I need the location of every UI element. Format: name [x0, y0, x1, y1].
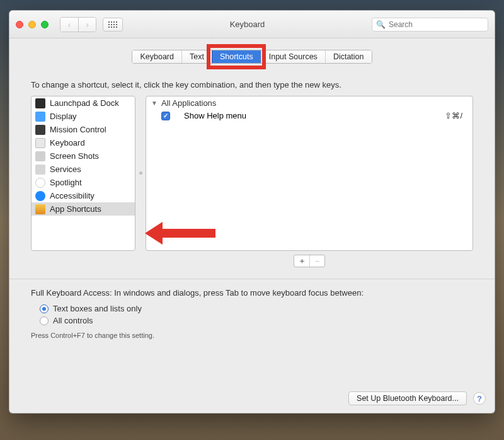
category-app-shortcuts[interactable]: App Shortcuts: [32, 202, 135, 216]
category-label: Display: [50, 112, 77, 121]
window-title: Keyboard: [129, 20, 365, 29]
tab-keyboard[interactable]: Keyboard: [132, 50, 181, 63]
access-option-1[interactable]: All controls: [31, 315, 473, 327]
shortcut-label: Show Help menu: [176, 111, 438, 120]
tab-text[interactable]: Text: [181, 50, 212, 63]
help-button[interactable]: ?: [473, 392, 486, 405]
close-icon[interactable]: [16, 21, 23, 28]
access-hint: Press Control+F7 to change this setting.: [31, 332, 473, 339]
shortcut-row[interactable]: ✓Show Help menu⇧⌘/: [146, 109, 472, 122]
launchpad-dock-icon: [35, 98, 45, 108]
bluetooth-keyboard-button[interactable]: Set Up Bluetooth Keyboard...: [348, 391, 467, 405]
panes: Launchpad & DockDisplayMission ControlKe…: [31, 96, 473, 251]
radio-label: Text boxes and lists only: [53, 304, 142, 313]
remove-button[interactable]: −: [309, 255, 324, 267]
group-label: All Applications: [161, 98, 216, 108]
category-keyboard[interactable]: Keyboard: [32, 136, 135, 149]
add-button[interactable]: ＋: [294, 255, 309, 267]
instruction-text: To change a shortcut, select it, click t…: [31, 80, 473, 90]
category-label: Launchpad & Dock: [50, 98, 119, 108]
search-icon: 🔍: [376, 20, 386, 29]
category-accessibility[interactable]: Accessibility: [32, 189, 135, 202]
shortcut-checkbox[interactable]: ✓: [161, 112, 170, 120]
category-label: Services: [50, 165, 81, 174]
category-label: Spotlight: [50, 178, 82, 187]
tab-segment: KeyboardTextShortcutsInput SourcesDictat…: [132, 50, 372, 64]
shortcut-keys: ⇧⌘/: [445, 111, 467, 120]
window-controls: [16, 21, 49, 28]
disclosure-triangle-icon[interactable]: ▼: [151, 100, 158, 107]
zoom-icon[interactable]: [41, 21, 49, 28]
tabs-row: KeyboardTextShortcutsInput SourcesDictat…: [9, 38, 495, 64]
show-all-button[interactable]: [103, 18, 123, 32]
keyboard-access-section: Full Keyboard Access: In windows and dia…: [31, 279, 473, 348]
category-list[interactable]: Launchpad & DockDisplayMission ControlKe…: [31, 96, 135, 251]
search-field[interactable]: 🔍: [372, 18, 488, 32]
category-label: Mission Control: [50, 125, 106, 134]
services-icon: [35, 165, 45, 175]
tab-dictation[interactable]: Dictation: [325, 50, 372, 63]
category-services[interactable]: Services: [32, 163, 135, 176]
category-screen-shots[interactable]: Screen Shots: [32, 149, 135, 163]
radio-button[interactable]: [40, 304, 49, 313]
category-spotlight[interactable]: Spotlight: [32, 176, 135, 189]
category-label: Accessibility: [50, 191, 94, 200]
category-label: App Shortcuts: [50, 204, 101, 214]
forward-button[interactable]: ›: [78, 18, 96, 32]
access-option-0[interactable]: Text boxes and lists only: [31, 303, 473, 315]
tab-shortcuts[interactable]: Shortcuts: [212, 50, 261, 63]
screen-shots-icon: [35, 151, 45, 161]
scroll-indicator: [139, 171, 142, 175]
titlebar: ‹ › Keyboard 🔍: [9, 11, 495, 38]
tab-input-sources[interactable]: Input Sources: [261, 50, 325, 63]
preferences-window: ‹ › Keyboard 🔍 KeyboardTextShortcutsInpu…: [9, 10, 495, 414]
app-shortcuts-icon: [35, 204, 45, 214]
radio-button[interactable]: [40, 316, 49, 325]
category-launchpad-dock[interactable]: Launchpad & Dock: [32, 96, 135, 110]
mission-control-icon: [35, 125, 45, 135]
display-icon: [35, 112, 45, 122]
footer: Set Up Bluetooth Keyboard... ?: [348, 391, 486, 405]
access-title: Full Keyboard Access: In windows and dia…: [31, 288, 473, 298]
minimize-icon[interactable]: [28, 21, 36, 28]
spotlight-icon: [35, 178, 45, 188]
category-label: Screen Shots: [50, 151, 99, 161]
category-mission-control[interactable]: Mission Control: [32, 123, 135, 136]
category-label: Keyboard: [50, 138, 85, 148]
content-area: To change a shortcut, select it, click t…: [9, 64, 495, 354]
accessibility-icon: [35, 191, 45, 201]
keyboard-icon: [35, 138, 45, 148]
category-display[interactable]: Display: [32, 110, 135, 123]
radio-label: All controls: [53, 316, 93, 325]
add-remove-group: ＋ −: [294, 255, 325, 267]
add-remove-row: ＋ −: [146, 255, 473, 267]
nav-group: ‹ ›: [60, 17, 96, 32]
search-input[interactable]: [389, 20, 484, 29]
back-button[interactable]: ‹: [60, 18, 78, 32]
shortcut-group-row[interactable]: ▼ All Applications: [146, 96, 472, 109]
grid-icon: [108, 21, 117, 28]
shortcut-list[interactable]: ▼ All Applications ✓Show Help menu⇧⌘/: [146, 96, 473, 251]
